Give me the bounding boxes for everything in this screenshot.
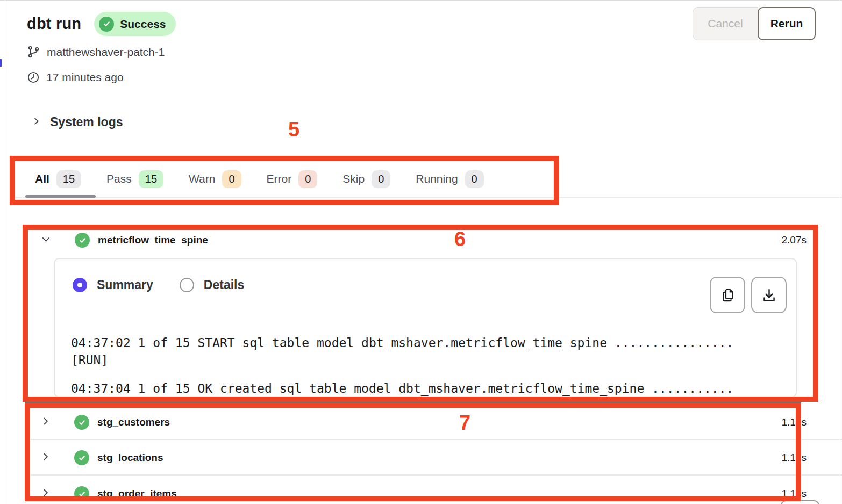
tab-count-badge: 0 xyxy=(372,170,390,188)
system-logs-label: System logs xyxy=(50,115,123,129)
row-separator xyxy=(31,474,842,476)
model-duration: 1.15s xyxy=(782,452,807,464)
tab-pass[interactable]: Pass 15 xyxy=(106,170,163,188)
model-log-card: Summary Details 04:37:02 1 xyxy=(54,258,797,398)
tab-count-badge: 15 xyxy=(139,170,163,188)
log-card-actions xyxy=(710,277,787,313)
model-duration: 1.15s xyxy=(782,488,807,500)
status-badge-label: Success xyxy=(120,18,166,31)
log-line: [RUN] xyxy=(71,351,782,369)
copy-icon xyxy=(719,287,736,304)
tab-label: Skip xyxy=(342,172,365,185)
run-status-tabs: All 15 Pass 15 Warn 0 Error 0 Skip 0 Run… xyxy=(35,164,484,193)
tab-label: Warn xyxy=(189,172,215,185)
tab-count-badge: 0 xyxy=(298,170,317,188)
chevron-right-icon[interactable] xyxy=(40,487,51,500)
dbt-run-page: dbt run Success matthewshaver-patch-1 17… xyxy=(0,0,842,504)
check-circle-icon xyxy=(74,415,89,430)
log-output: 04:37:02 1 of 15 START sql table model d… xyxy=(71,334,782,397)
tab-error[interactable]: Error 0 xyxy=(267,170,318,188)
left-edge-marker xyxy=(0,59,2,67)
details-radio-label: Details xyxy=(204,278,244,292)
tab-all[interactable]: All 15 xyxy=(35,170,81,188)
row-separator xyxy=(31,439,842,440)
model-row-expanded[interactable]: metricflow_time_spine 2.07s xyxy=(40,228,807,253)
model-row-stg-locations[interactable]: stg_locations 1.15s xyxy=(40,445,807,470)
chevron-down-icon[interactable] xyxy=(40,234,52,247)
radio-selected-icon xyxy=(73,278,87,292)
model-name: stg_locations xyxy=(97,452,163,464)
tab-label: Pass xyxy=(106,172,132,185)
run-actions: Cancel Rerun xyxy=(693,7,816,40)
download-logs-button[interactable] xyxy=(751,277,787,313)
time-row: 17 minutes ago xyxy=(27,71,124,84)
cancel-button[interactable]: Cancel xyxy=(693,7,758,40)
clock-icon xyxy=(27,71,40,84)
tab-warn[interactable]: Warn 0 xyxy=(189,170,241,188)
partial-bottom-button[interactable] xyxy=(781,500,819,504)
copy-logs-button[interactable] xyxy=(710,277,745,313)
check-circle-icon xyxy=(74,486,89,501)
tab-count-badge: 15 xyxy=(56,170,81,188)
model-name: stg_customers xyxy=(97,416,170,428)
rerun-button[interactable]: Rerun xyxy=(758,7,816,40)
check-circle-icon xyxy=(99,17,114,32)
details-radio[interactable]: Details xyxy=(180,278,244,292)
run-header: dbt run Success xyxy=(27,12,176,36)
tab-running[interactable]: Running 0 xyxy=(416,170,483,188)
tab-count-badge: 0 xyxy=(222,170,241,188)
branch-name: matthewshaver-patch-1 xyxy=(47,46,165,59)
model-duration: 2.07s xyxy=(782,234,807,246)
annotation-number-5: 5 xyxy=(288,118,299,141)
summary-radio-label: Summary xyxy=(97,278,153,292)
git-branch-icon xyxy=(27,45,40,59)
tab-label: Error xyxy=(267,172,292,185)
page-right-border xyxy=(839,0,839,504)
active-tab-underline xyxy=(25,195,96,198)
log-line: 04:37:04 1 of 15 OK created sql table mo… xyxy=(71,380,782,397)
branch-row: matthewshaver-patch-1 xyxy=(27,45,165,59)
tab-skip[interactable]: Skip 0 xyxy=(342,170,390,188)
model-name: stg_order_items xyxy=(97,488,177,500)
tab-label: All xyxy=(35,172,49,185)
log-line: 04:37:02 1 of 15 START sql table model d… xyxy=(71,334,782,351)
chevron-right-icon[interactable] xyxy=(40,451,51,464)
check-circle-icon xyxy=(74,450,89,465)
model-row-stg-customers[interactable]: stg_customers 1.10s xyxy=(40,410,807,435)
summary-radio[interactable]: Summary xyxy=(73,278,153,292)
model-row-stg-order-items[interactable]: stg_order_items 1.15s xyxy=(40,481,807,504)
chevron-right-icon xyxy=(31,116,41,128)
status-badge: Success xyxy=(94,12,175,36)
log-view-options: Summary Details xyxy=(73,278,244,292)
check-circle-icon xyxy=(75,233,90,248)
model-duration: 1.10s xyxy=(782,416,807,428)
page-title: dbt run xyxy=(27,15,81,33)
model-name: metricflow_time_spine xyxy=(98,234,208,246)
radio-unselected-icon xyxy=(180,278,194,292)
page-top-border xyxy=(0,0,842,1)
tab-label: Running xyxy=(416,172,458,185)
tab-count-badge: 0 xyxy=(465,170,484,188)
run-time-ago: 17 minutes ago xyxy=(46,71,124,84)
tabs-bottom-border xyxy=(15,197,842,198)
download-icon xyxy=(761,287,777,304)
system-logs-toggle[interactable]: System logs xyxy=(31,115,123,129)
chevron-right-icon[interactable] xyxy=(40,416,51,429)
page-left-border xyxy=(5,0,5,504)
